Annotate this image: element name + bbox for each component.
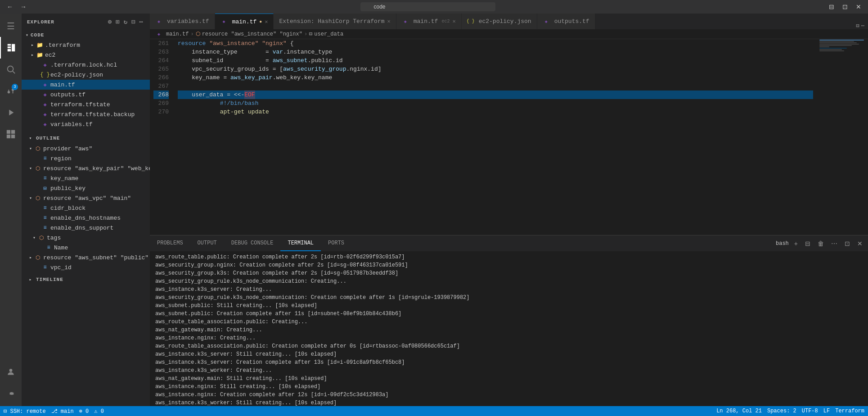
main-tf-ec2-close-icon[interactable]: ✕ <box>452 18 455 25</box>
split-terminal-button[interactable]: ⊟ <box>803 239 812 248</box>
run-debug-icon[interactable] <box>0 102 22 123</box>
outline-public-key[interactable]: ⊟ public_key <box>22 183 150 193</box>
sidebar-item-tfstate[interactable]: ◈ terraform.tfstate <box>22 99 150 109</box>
outline-dns-hostnames[interactable]: ≡ enable_dns_hostnames <box>22 213 150 223</box>
outline-dns-support[interactable]: ≡ enable_dns_support <box>22 223 150 233</box>
branch-status[interactable]: ⎇ main <box>51 408 74 415</box>
outline-vpc-id[interactable]: ≡ vpc_id <box>22 262 150 272</box>
outline-tags[interactable]: ⬡ tags <box>22 233 150 243</box>
minimize-button[interactable]: ⊟ <box>827 2 837 11</box>
sidebar-item-lock-hcl[interactable]: ◈ .terraform.lock.hcl <box>22 60 150 70</box>
outline-key-name[interactable]: ≡ key_name <box>22 173 150 183</box>
spaces-status[interactable]: Spaces: 2 <box>767 408 796 414</box>
sidebar-item-variables-tf[interactable]: ◈ variables.tf <box>22 119 150 129</box>
maximize-button[interactable]: ⊡ <box>840 2 850 11</box>
ports-tab[interactable]: PORTS <box>321 235 351 251</box>
tab-main-tf-ec2[interactable]: ◈ main.tf ec2 ✕ <box>396 14 462 29</box>
activity-bar: ☰ 3 <box>0 14 22 406</box>
timeline-section-label: TIMELINE <box>36 277 63 282</box>
bash-label: bash <box>776 240 789 247</box>
close-button[interactable]: ✕ <box>854 2 864 11</box>
language-status[interactable]: Terraform <box>835 408 864 414</box>
region-icon: ≡ <box>41 155 49 162</box>
sidebar-item-main-tf[interactable]: ◈ main.tf <box>22 80 150 90</box>
breadcrumb: ◈ main.tf › ⬡ resource "aws_instance" "n… <box>150 29 868 39</box>
code-section-header[interactable]: CODE <box>22 30 150 40</box>
debug-console-tab[interactable]: DEBUG CONSOLE <box>224 235 281 251</box>
terminal-content[interactable]: aws_route_table.public: Creation complet… <box>150 251 868 406</box>
dns-support-label: enable_dns_support <box>50 225 113 231</box>
svg-rect-5 <box>11 135 15 138</box>
extension-close-icon[interactable]: ✕ <box>387 18 391 25</box>
tfstate-label: terraform.tfstate <box>50 101 110 108</box>
outline-key-pair[interactable]: ⬡ resource "aws_key_pair" "web_key" <box>22 163 150 173</box>
terminal-line: aws_instance.nginx: Still creating... [1… <box>155 383 863 391</box>
tfstate-backup-label: terraform.tfstate.backup <box>50 111 135 118</box>
code-editor[interactable]: resource "aws_instance" "nginx" { instan… <box>172 39 819 235</box>
more-tabs-icon[interactable]: ⋯ <box>861 23 864 29</box>
new-file-icon[interactable]: ⊕ <box>107 17 113 27</box>
terminal-line: aws_instance.nginx: Creating... <box>155 334 863 342</box>
output-tab[interactable]: OUTPUT <box>190 235 224 251</box>
terminal-line: aws_security_group.k3s: Creation complet… <box>155 269 863 277</box>
terminal-tab[interactable]: TERMINAL <box>280 235 321 251</box>
breadcrumb-resource[interactable]: resource "aws_instance" "nginx" <box>202 31 302 37</box>
split-editor-icon[interactable]: ⊟ <box>856 23 859 29</box>
menu-icon[interactable]: ☰ <box>0 15 22 37</box>
minimap <box>819 39 868 235</box>
editor-content: 261 263 264 265 266 267 268 269 270 reso… <box>150 39 868 235</box>
sidebar-item-ec2[interactable]: 📁 ec2 <box>22 50 150 60</box>
refresh-icon[interactable]: ↻ <box>123 17 129 27</box>
tabs-actions: ⊟ ⋯ <box>853 23 868 29</box>
settings-icon[interactable] <box>0 383 22 404</box>
search-icon[interactable] <box>0 59 22 80</box>
nav-back-button[interactable]: ← <box>4 2 15 11</box>
warnings-status[interactable]: ⚠ 0 <box>94 408 104 415</box>
outline-cidr[interactable]: ≡ cidr_block <box>22 203 150 213</box>
sidebar-item-outputs-tf[interactable]: ◈ outputs.tf <box>22 90 150 99</box>
tab-extension[interactable]: Extension: HashiCorp Terraform ✕ <box>274 14 396 29</box>
close-panel-button[interactable]: ✕ <box>855 239 864 248</box>
variables-tf-tab-label: variables.tf <box>167 18 209 25</box>
problems-tab[interactable]: PROBLEMS <box>150 235 190 251</box>
collapse-all-icon[interactable]: ⊟ <box>130 17 136 27</box>
outline-name[interactable]: ≡ Name <box>22 243 150 253</box>
outline-region[interactable]: ≡ region <box>22 154 150 163</box>
more-terminal-button[interactable]: ⋯ <box>829 239 839 248</box>
variables-tf-label: variables.tf <box>50 121 93 128</box>
explorer-icon[interactable] <box>0 37 22 59</box>
tab-variables-tf[interactable]: ◈ variables.tf <box>150 14 215 29</box>
new-terminal-button[interactable]: + <box>792 239 800 248</box>
outline-subnet[interactable]: ⬡ resource "aws_subnet" "public" <box>22 253 150 262</box>
account-icon[interactable] <box>0 361 22 383</box>
new-folder-icon[interactable]: ⊞ <box>115 17 121 27</box>
outline-vpc[interactable]: ⬡ resource "aws_vpc" "main" <box>22 193 150 203</box>
source-control-icon[interactable]: 3 <box>0 80 22 102</box>
nav-forward-button[interactable]: → <box>18 2 29 11</box>
encoding-status[interactable]: UTF-8 <box>802 408 818 414</box>
tab-outputs-tf[interactable]: ◈ outputs.tf <box>537 14 595 29</box>
maximize-panel-button[interactable]: ⊡ <box>843 239 852 248</box>
breadcrumb-file[interactable]: main.tf <box>166 31 189 37</box>
provider-aws-arrow <box>27 145 34 152</box>
sidebar-item-ec2-policy[interactable]: { } ec2-policy.json <box>22 70 150 80</box>
breadcrumb-attr[interactable]: user_data <box>314 31 343 37</box>
dns-hostnames-label: enable_dns_hostnames <box>50 215 121 222</box>
timeline-section-header[interactable]: TIMELINE <box>22 274 150 285</box>
search-input[interactable] <box>360 2 495 11</box>
subnet-icon: ⬡ <box>34 254 41 261</box>
outline-section-header[interactable]: OUTLINE <box>22 133 150 144</box>
line-col-status[interactable]: Ln 268, Col 21 <box>716 408 762 414</box>
remote-status[interactable]: ⊡ SSH: remote <box>4 408 46 415</box>
more-actions-icon[interactable]: ⋯ <box>139 17 144 27</box>
sidebar-item-tfstate-backup[interactable]: ◈ terraform.tfstate.backup <box>22 109 150 119</box>
extensions-icon[interactable] <box>0 123 22 145</box>
main-tf-close-icon[interactable]: ✕ <box>265 18 268 25</box>
sidebar-item-terraform[interactable]: 📁 .terraform <box>22 40 150 50</box>
tab-main-tf[interactable]: ◈ main.tf ● ✕ <box>215 14 274 29</box>
kill-terminal-button[interactable]: 🗑 <box>816 239 826 248</box>
outline-provider-aws[interactable]: ⬡ provider "aws" <box>22 144 150 154</box>
errors-status[interactable]: ⊗ 0 <box>79 408 89 415</box>
line-ending-status[interactable]: LF <box>823 408 830 414</box>
tab-ec2-policy[interactable]: { } ec2-policy.json <box>462 14 537 29</box>
